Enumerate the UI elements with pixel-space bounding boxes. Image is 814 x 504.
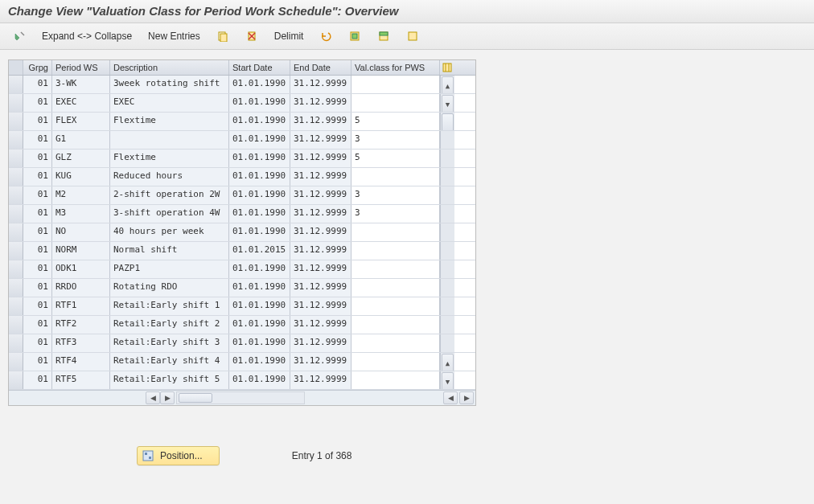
- cell-val-class[interactable]: 3: [352, 131, 440, 149]
- cell-val-class[interactable]: [352, 297, 440, 315]
- cell-val-class[interactable]: [352, 260, 440, 278]
- row-selector[interactable]: [9, 168, 23, 186]
- col-grpg[interactable]: Grpg: [23, 60, 52, 75]
- table-row[interactable]: 01RTF5Retail:Early shift 501.01.199031.1…: [9, 371, 475, 390]
- row-selector[interactable]: [9, 297, 23, 315]
- table-row[interactable]: 013-WK3week rotating shift01.01.199031.1…: [9, 76, 475, 94]
- vscroll-cell[interactable]: [440, 205, 454, 223]
- table-row[interactable]: 01FLEXFlextime01.01.199031.12.99995: [9, 113, 475, 131]
- cell-val-class[interactable]: 3: [352, 186, 440, 204]
- copy-icon[interactable]: [210, 27, 236, 46]
- cell-val-class[interactable]: 5: [352, 113, 440, 130]
- vscroll-cell[interactable]: ▲: [440, 353, 454, 371]
- configure-columns-icon[interactable]: [440, 60, 454, 75]
- scroll-right-icon[interactable]: ▶: [160, 391, 175, 404]
- col-period-ws[interactable]: Period WS: [52, 60, 110, 75]
- vscroll-thumb[interactable]: [442, 113, 454, 130]
- delimit-button[interactable]: Delimit: [268, 31, 310, 42]
- cell-val-class[interactable]: [352, 279, 440, 297]
- toggle-icon[interactable]: [6, 27, 32, 46]
- row-selector[interactable]: [9, 260, 23, 278]
- vscroll-cell[interactable]: [440, 297, 454, 315]
- scroll-left2-icon[interactable]: ◀: [443, 391, 458, 404]
- table-row[interactable]: 01RTF3Retail:Early shift 301.01.199031.1…: [9, 334, 475, 353]
- row-selector[interactable]: [9, 334, 23, 352]
- vscroll-cell[interactable]: [440, 168, 454, 186]
- vscroll-cell[interactable]: [440, 186, 454, 204]
- row-selector[interactable]: [9, 76, 23, 93]
- vscroll-cell[interactable]: ▼: [440, 94, 454, 112]
- row-selector[interactable]: [9, 94, 23, 112]
- position-button[interactable]: Position...: [137, 446, 220, 465]
- table-row[interactable]: 01M22-shift operation 2W01.01.199031.12.…: [9, 186, 475, 205]
- select-block-icon[interactable]: [371, 27, 397, 46]
- cell-val-class[interactable]: [352, 353, 440, 371]
- select-all-icon[interactable]: [342, 27, 368, 46]
- row-selector[interactable]: [9, 113, 23, 130]
- cell-val-class[interactable]: [352, 223, 440, 241]
- row-selector[interactable]: [9, 316, 23, 334]
- row-selector[interactable]: [9, 150, 23, 167]
- deselect-all-icon[interactable]: [400, 27, 426, 46]
- table-row[interactable]: 01RRDORotating RDO01.01.199031.12.9999: [9, 279, 475, 297]
- hscroll-track[interactable]: [176, 391, 305, 404]
- row-selector[interactable]: [9, 223, 23, 241]
- table-row[interactable]: 01RTF1Retail:Early shift 101.01.199031.1…: [9, 297, 475, 316]
- vscroll-cell[interactable]: [440, 223, 454, 241]
- row-selector[interactable]: [9, 371, 23, 389]
- vscroll-cell[interactable]: [440, 279, 454, 297]
- cell-val-class[interactable]: 3: [352, 205, 440, 223]
- scroll-left-icon[interactable]: ◀: [146, 391, 160, 404]
- row-selector[interactable]: [9, 242, 23, 260]
- table-row[interactable]: 01EXECEXEC01.01.199031.12.9999▼: [9, 94, 475, 113]
- undo-icon[interactable]: [313, 27, 339, 46]
- cell-val-class[interactable]: [352, 168, 440, 186]
- expand-collapse-button[interactable]: Expand <-> Collapse: [35, 31, 138, 42]
- row-selector[interactable]: [9, 279, 23, 297]
- new-entries-button[interactable]: New Entries: [142, 31, 207, 42]
- table-row[interactable]: 01NORMNormal shift01.01.201531.12.9999: [9, 242, 475, 260]
- table-row[interactable]: 01M33-shift operation 4W01.01.199031.12.…: [9, 205, 475, 223]
- cell-val-class[interactable]: 5: [352, 150, 440, 167]
- scroll-up-icon[interactable]: ▲: [442, 76, 454, 93]
- table-row[interactable]: 01G101.01.199031.12.99993: [9, 131, 475, 150]
- table-row[interactable]: 01GLZFlextime01.01.199031.12.99995: [9, 150, 475, 168]
- cell-val-class[interactable]: [352, 94, 440, 112]
- row-selector[interactable]: [9, 131, 23, 149]
- vscroll-cell[interactable]: [440, 113, 454, 130]
- cell-val-class[interactable]: [352, 334, 440, 352]
- vscroll-cell[interactable]: [440, 131, 454, 149]
- delete-icon[interactable]: [239, 27, 265, 46]
- col-val-class[interactable]: Val.class for PWS: [352, 60, 440, 75]
- row-selector[interactable]: [9, 353, 23, 371]
- scroll-up2-icon[interactable]: ▲: [442, 354, 454, 371]
- table-row[interactable]: 01KUGReduced hours01.01.199031.12.9999: [9, 168, 475, 186]
- hscroll[interactable]: ◀ ▶: [146, 391, 306, 404]
- vscroll-cell[interactable]: [440, 334, 454, 352]
- col-description[interactable]: Description: [110, 60, 229, 75]
- cell-val-class[interactable]: [352, 76, 440, 93]
- cell-val-class[interactable]: [352, 242, 440, 260]
- vscroll-cell[interactable]: [440, 242, 454, 260]
- table-row[interactable]: 01RTF4Retail:Early shift 401.01.199031.1…: [9, 353, 475, 371]
- table-row[interactable]: 01ODK1PAZP101.01.199031.12.9999: [9, 260, 475, 279]
- row-selector[interactable]: [9, 205, 23, 223]
- vscroll-cell[interactable]: ▼: [440, 371, 454, 389]
- table-row[interactable]: 01RTF2Retail:Early shift 201.01.199031.1…: [9, 316, 475, 334]
- select-all-column[interactable]: [9, 60, 23, 75]
- table-row[interactable]: 01NO40 hours per week01.01.199031.12.999…: [9, 223, 475, 242]
- cell-val-class[interactable]: [352, 371, 440, 389]
- cell-end-date: 31.12.9999: [290, 223, 352, 241]
- vscroll-cell[interactable]: ▲: [440, 76, 454, 93]
- scroll-down2-icon[interactable]: ▼: [442, 372, 454, 389]
- vscroll-cell[interactable]: [440, 316, 454, 334]
- scroll-right2-icon[interactable]: ▶: [459, 391, 474, 404]
- scroll-down-icon[interactable]: ▼: [442, 95, 454, 112]
- hscroll-thumb[interactable]: [179, 393, 212, 403]
- vscroll-cell[interactable]: [440, 150, 454, 167]
- row-selector[interactable]: [9, 186, 23, 204]
- cell-val-class[interactable]: [352, 316, 440, 334]
- vscroll-cell[interactable]: [440, 260, 454, 278]
- col-start-date[interactable]: Start Date: [229, 60, 290, 75]
- col-end-date[interactable]: End Date: [290, 60, 352, 75]
